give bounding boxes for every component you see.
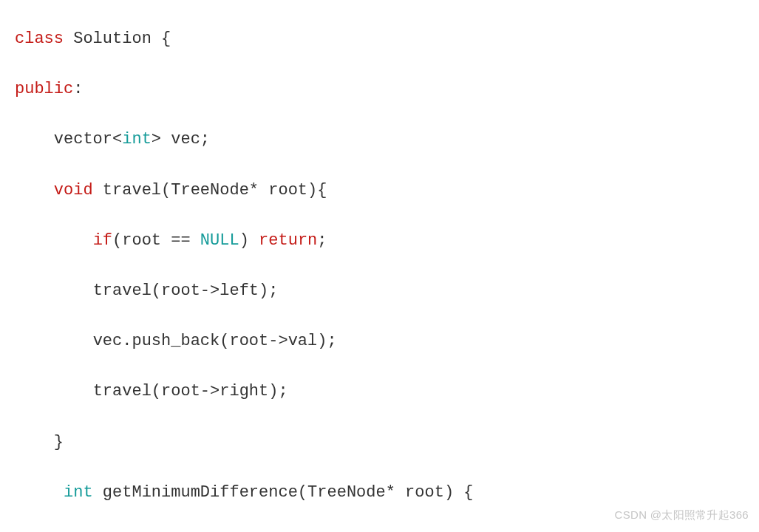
code-block: class Solution { public: vector<int> vec… <box>0 0 759 532</box>
code-line: } <box>15 430 759 455</box>
code-line: if(root == NULL) return; <box>15 228 759 253</box>
keyword-class: class <box>15 30 64 48</box>
code-line: class Solution { <box>15 27 759 52</box>
code-line: int getMinimumDifference(TreeNode* root)… <box>15 480 759 505</box>
code-line: travel(root->left); <box>15 279 759 304</box>
function-sig: getMinimumDifference(TreeNode* root) { <box>103 483 474 502</box>
code-line: vec.push_back(root->val); <box>15 329 759 354</box>
class-name: Solution <box>73 30 152 48</box>
code-line: void travel(TreeNode* root){ <box>15 178 759 203</box>
type-int: int <box>64 483 93 502</box>
code-line: public: <box>15 77 759 102</box>
function-sig: travel(TreeNode* root){ <box>103 181 327 200</box>
code-line: vector<int> vec; <box>15 127 759 152</box>
code-line: travel(root->right); <box>15 379 759 404</box>
keyword-return: return <box>259 231 317 250</box>
keyword-if: if <box>93 231 112 250</box>
type-int: int <box>122 130 152 149</box>
keyword-void: void <box>54 181 93 200</box>
null-literal: NULL <box>200 231 239 250</box>
watermark: CSDN @太阳照常升起366 <box>615 506 749 523</box>
keyword-public: public <box>15 80 73 98</box>
